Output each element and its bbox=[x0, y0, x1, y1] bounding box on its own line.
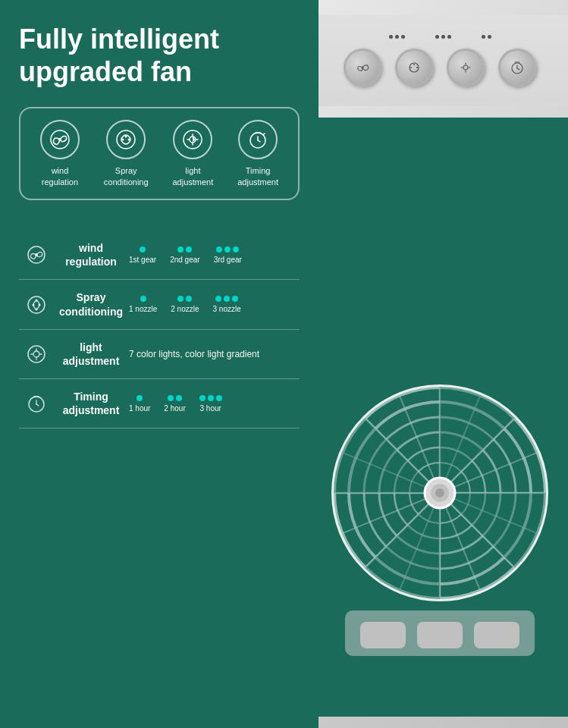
fan-knob-2[interactable] bbox=[395, 49, 433, 86]
indicator-dot bbox=[482, 35, 485, 39]
dot bbox=[186, 296, 192, 302]
spec-timing-row: Timingadjustment 1 hour 2 hour bbox=[19, 379, 300, 428]
light-description: 7 color lights, color light gradient bbox=[129, 349, 259, 359]
wind-regulation-icon bbox=[40, 120, 80, 159]
svg-point-12 bbox=[35, 299, 37, 301]
spec-light-name: lightadjustment bbox=[53, 340, 129, 368]
fan-grill-svg bbox=[322, 281, 557, 717]
control-knobs-row bbox=[344, 49, 536, 86]
timing-2hr: 2 hour bbox=[164, 395, 185, 413]
feature-timing-label: Timingadjustment bbox=[237, 165, 278, 187]
svg-point-58 bbox=[435, 488, 444, 497]
indicator-dot bbox=[435, 35, 439, 39]
dot bbox=[199, 395, 206, 401]
wind-3rd-dots bbox=[216, 246, 239, 253]
dot bbox=[233, 246, 239, 253]
wind-1st-label: 1st gear bbox=[129, 256, 156, 264]
spray-2-label: 2 nozzle bbox=[171, 305, 199, 313]
svg-point-2 bbox=[117, 130, 135, 149]
spec-light-row: lightadjustment 7 color lights, color li… bbox=[19, 330, 300, 379]
svg-point-14 bbox=[32, 303, 34, 306]
wind-1st-gear: 1st gear bbox=[129, 246, 156, 264]
dot bbox=[216, 395, 222, 401]
fan-body bbox=[319, 0, 568, 728]
timing-2-label: 2 hour bbox=[164, 404, 185, 413]
dot bbox=[176, 395, 182, 401]
dot bbox=[168, 395, 174, 401]
wind-2nd-dots bbox=[177, 246, 192, 253]
timing-3-label: 3 hour bbox=[200, 404, 221, 413]
spec-wind-name: wind regulation bbox=[53, 241, 129, 268]
feature-spray-label: Sprayconditioning bbox=[104, 165, 149, 187]
svg-point-13 bbox=[38, 303, 40, 306]
timing-1hr: 1 hour bbox=[129, 395, 150, 413]
dot bbox=[232, 296, 238, 302]
spec-wind-row: wind regulation 1st gear 2nd gear bbox=[19, 231, 300, 280]
timing-1-label: 1 hour bbox=[129, 404, 150, 413]
dot bbox=[140, 246, 146, 253]
fan-knob-1[interactable] bbox=[344, 49, 381, 86]
svg-rect-61 bbox=[417, 622, 463, 648]
spec-timing-name: Timingadjustment bbox=[53, 390, 129, 417]
spec-spray-indicators: 1 nozzle 2 nozzle 3 nozzle bbox=[129, 296, 300, 313]
fan-control-panel bbox=[319, 15, 568, 106]
dot bbox=[215, 296, 221, 302]
svg-point-21 bbox=[413, 64, 415, 65]
spec-spray-icon bbox=[19, 295, 53, 315]
svg-point-22 bbox=[416, 67, 418, 68]
svg-point-16 bbox=[28, 346, 45, 362]
spec-light-icon bbox=[19, 344, 53, 364]
fan-knob-3[interactable] bbox=[447, 49, 485, 86]
timing-icon bbox=[238, 120, 278, 159]
spray-1-label: 1 nozzle bbox=[129, 305, 157, 313]
feature-spray: Sprayconditioning bbox=[104, 120, 149, 187]
fan-knob-4[interactable] bbox=[498, 49, 536, 86]
dot-group-3 bbox=[482, 35, 491, 39]
feature-wind-label: windregulation bbox=[42, 165, 78, 187]
indicator-dot bbox=[441, 35, 445, 39]
svg-point-23 bbox=[410, 67, 412, 68]
dot bbox=[224, 296, 230, 302]
svg-point-3 bbox=[125, 136, 127, 138]
svg-point-4 bbox=[128, 139, 130, 141]
dot bbox=[177, 296, 184, 302]
specs-section: wind regulation 1st gear 2nd gear bbox=[19, 231, 300, 429]
feature-light: lightadjustment bbox=[172, 120, 213, 187]
control-dots-row bbox=[389, 35, 491, 39]
indicator-dot bbox=[389, 35, 393, 39]
dot bbox=[208, 395, 214, 401]
wind-2nd-label: 2nd gear bbox=[170, 256, 199, 264]
wind-3rd-label: 3rd gear bbox=[214, 256, 242, 264]
svg-point-10 bbox=[35, 253, 38, 256]
spec-wind-indicators: 1st gear 2nd gear 3rd gear bbox=[129, 246, 300, 264]
svg-point-15 bbox=[35, 308, 37, 310]
spec-timing-icon bbox=[19, 394, 53, 413]
spray-3-nozzle: 3 nozzle bbox=[213, 296, 241, 313]
svg-point-24 bbox=[463, 65, 468, 70]
dot bbox=[224, 246, 231, 253]
timing-3-dots bbox=[199, 395, 222, 401]
wind-2nd-gear: 2nd gear bbox=[170, 246, 199, 264]
dot bbox=[177, 246, 184, 253]
left-panel: Fully intelligent upgraded fan windregul… bbox=[0, 0, 319, 728]
dot bbox=[186, 246, 192, 253]
fan-grill bbox=[319, 118, 568, 717]
spray-3-dots bbox=[215, 296, 238, 302]
spec-wind-icon bbox=[19, 245, 53, 265]
feature-light-label: lightadjustment bbox=[172, 165, 213, 187]
indicator-dot bbox=[401, 35, 405, 39]
svg-point-19 bbox=[362, 67, 364, 69]
spray-1-nozzle: 1 nozzle bbox=[129, 296, 157, 313]
spray-3-label: 3 nozzle bbox=[213, 305, 241, 313]
indicator-dot bbox=[488, 35, 491, 39]
dot-group-1 bbox=[389, 35, 405, 39]
timing-3hr: 3 hour bbox=[199, 395, 222, 413]
dot bbox=[216, 246, 222, 253]
indicator-dot bbox=[395, 35, 399, 39]
svg-rect-60 bbox=[360, 622, 406, 648]
features-box: windregulation Sprayconditioning bbox=[19, 107, 300, 200]
svg-rect-62 bbox=[474, 622, 519, 648]
wind-1st-dots bbox=[140, 246, 146, 253]
spray-2-nozzle: 2 nozzle bbox=[171, 296, 199, 313]
spray-2-dots bbox=[177, 296, 192, 302]
